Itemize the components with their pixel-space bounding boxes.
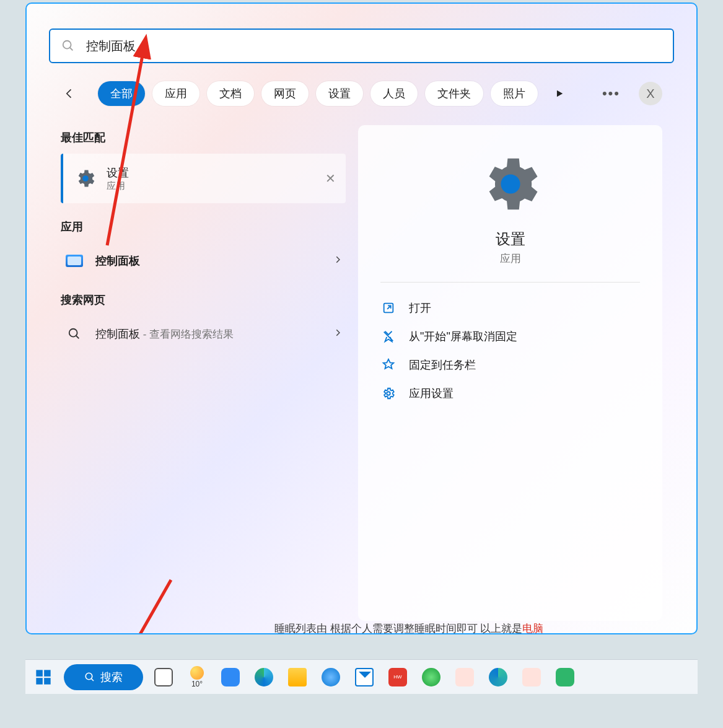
filter-tab-all[interactable]: 全部: [98, 81, 145, 106]
filter-tab-folders[interactable]: 文件夹: [425, 81, 483, 106]
filter-tab-settings[interactable]: 设置: [316, 81, 363, 106]
mail-icon[interactable]: [351, 664, 377, 690]
filter-tab-web[interactable]: 网页: [261, 81, 309, 106]
background-page-text: 睡眠列表由 根据个人需要调整睡眠时间即可 以上就是电脑: [274, 621, 543, 634]
svg-rect-13: [44, 670, 51, 677]
filter-tab-apps[interactable]: 应用: [152, 81, 199, 106]
unpin-start-icon: [382, 330, 395, 343]
section-header-best: 最佳匹配: [61, 130, 346, 145]
results-list: 最佳匹配 设置 应用 ✕ 应用 控制面板 搜索网页: [61, 125, 346, 621]
svg-point-9: [387, 392, 390, 395]
search-icon: [84, 672, 95, 683]
file-explorer-icon[interactable]: [284, 664, 310, 690]
gear-icon: [73, 166, 98, 191]
svg-point-3: [82, 175, 89, 182]
action-app-settings[interactable]: 应用设置: [380, 379, 640, 408]
preview-category: 应用: [500, 252, 521, 266]
action-label: 从"开始"屏幕取消固定: [409, 329, 517, 344]
weather-icon[interactable]: 10°: [184, 664, 210, 690]
action-label: 打开: [409, 300, 431, 315]
svg-rect-15: [44, 678, 51, 685]
svg-point-4: [69, 329, 77, 337]
ie-icon[interactable]: [418, 664, 444, 690]
filter-tab-photos[interactable]: 照片: [491, 81, 538, 106]
people2-icon[interactable]: [519, 664, 545, 690]
gear-icon: [476, 150, 545, 218]
preview-title: 设置: [496, 229, 525, 249]
svg-point-0: [63, 41, 71, 49]
filter-tabs: 全部 应用 文档 网页 设置 人员 文件夹 照片 ••• X: [61, 81, 662, 106]
filter-tab-people[interactable]: 人员: [370, 81, 418, 106]
action-open[interactable]: 打开: [380, 294, 640, 322]
action-label: 应用设置: [409, 386, 454, 401]
chevron-right-icon: [333, 255, 342, 266]
results-area: 最佳匹配 设置 应用 ✕ 应用 控制面板 搜索网页: [61, 125, 662, 621]
app-result-label: 控制面板: [95, 253, 140, 268]
svg-rect-12: [36, 670, 43, 677]
start-button[interactable]: [30, 664, 56, 690]
browser-icon[interactable]: [318, 664, 344, 690]
windows-search-panel: 全部 应用 文档 网页 设置 人员 文件夹 照片 ••• X 最佳匹配 设置 应…: [25, 2, 698, 634]
overflow-menu-button[interactable]: •••: [602, 86, 620, 102]
best-match-title: 设置: [107, 165, 129, 180]
control-panel-icon: [64, 251, 84, 271]
filter-tab-documents[interactable]: 文档: [207, 81, 254, 106]
huawei-icon[interactable]: HW: [385, 664, 411, 690]
user-avatar[interactable]: X: [639, 82, 662, 105]
task-view-icon[interactable]: [151, 664, 177, 690]
taskbar-search-button[interactable]: 搜索: [64, 664, 143, 690]
taskbar-search-label: 搜索: [100, 670, 123, 685]
best-match-subtitle: 应用: [107, 180, 129, 192]
pin-taskbar-icon: [382, 358, 395, 372]
edge-icon[interactable]: [251, 664, 277, 690]
section-header-web: 搜索网页: [61, 292, 346, 307]
web-result-label: 控制面板: [95, 328, 140, 340]
search-input[interactable]: [85, 38, 662, 54]
preview-pane: 设置 应用 打开 从"开始"屏幕取消固定 固定到任务栏 应用设置: [358, 125, 662, 621]
app-settings-icon: [382, 387, 395, 400]
globe-edge-icon[interactable]: [485, 664, 511, 690]
action-unpin-start[interactable]: 从"开始"屏幕取消固定: [380, 322, 640, 351]
svg-point-16: [85, 673, 92, 680]
chat-icon[interactable]: [217, 664, 243, 690]
search-bar[interactable]: [49, 29, 674, 63]
web-result-item[interactable]: 控制面板 - 查看网络搜索结果: [61, 316, 346, 352]
chevron-right-icon: [333, 328, 342, 340]
divider: [380, 282, 640, 283]
back-button[interactable]: [61, 85, 78, 102]
action-label: 固定到任务栏: [409, 357, 476, 372]
taskbar: 搜索 10° HW: [25, 659, 698, 694]
section-header-apps: 应用: [61, 219, 346, 234]
action-pin-taskbar[interactable]: 固定到任务栏: [380, 351, 640, 379]
svg-line-17: [91, 678, 94, 681]
best-match-item[interactable]: 设置 应用 ✕: [61, 154, 346, 203]
open-icon: [382, 301, 395, 315]
search-icon: [61, 39, 75, 53]
more-filters-button[interactable]: [548, 82, 571, 105]
web-result-suffix: - 查看网络搜索结果: [140, 328, 234, 340]
svg-line-5: [76, 336, 79, 339]
app-result-control-panel[interactable]: 控制面板: [61, 243, 346, 279]
svg-marker-2: [557, 90, 563, 97]
svg-line-1: [70, 48, 73, 51]
svg-rect-14: [36, 678, 43, 685]
close-icon[interactable]: ✕: [325, 171, 336, 186]
windows-icon: [35, 669, 52, 686]
svg-point-6: [501, 174, 520, 193]
wechat-icon[interactable]: [552, 664, 578, 690]
people1-icon[interactable]: [452, 664, 478, 690]
search-icon: [64, 324, 84, 344]
